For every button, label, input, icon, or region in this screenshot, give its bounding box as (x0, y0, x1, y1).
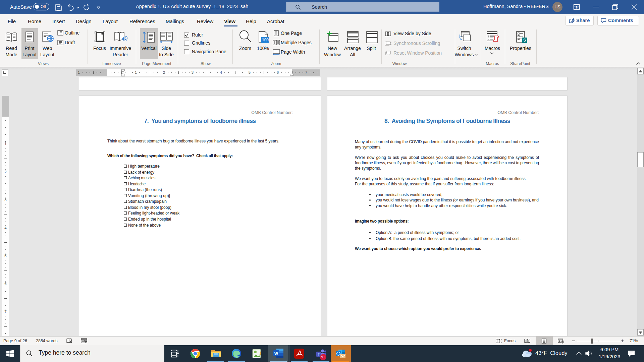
svg-text:T: T (318, 352, 320, 356)
svg-text:W: W (274, 351, 278, 356)
svg-text:S: S (523, 38, 526, 43)
